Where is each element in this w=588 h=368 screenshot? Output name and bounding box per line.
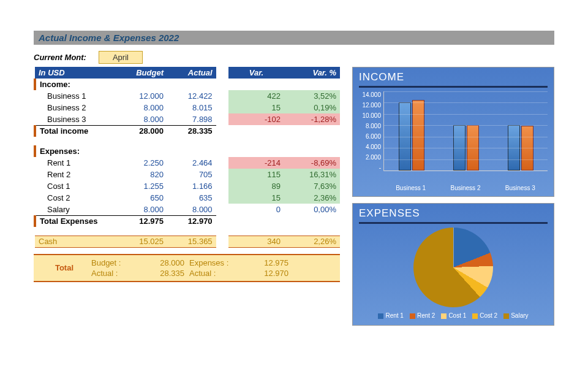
expenses-chart: EXPENSES Rent 1Rent 2Cost 1Cost 2Salary [352,203,554,326]
income-chart-title: INCOME [359,71,548,83]
data-table: In USD Budget Actual Var. Var. % Income:… [34,67,340,248]
row-var-pct: 2,36% [284,192,340,204]
row-var: 15 [228,192,284,204]
row-budget: 820 [118,169,167,180]
row-budget: 1.255 [118,180,167,192]
expenses-pie-legend: Rent 1Rent 2Cost 1Cost 2Salary [378,312,528,319]
row-actual: 705 [167,169,216,180]
income-chart-plot [383,91,548,171]
cash-var: 340 [228,236,284,247]
row-var-pct: -1,28% [284,113,340,125]
page-title: Actual Income & Expenses 2022 [34,31,554,45]
hdr-budget: Budget [118,67,167,79]
row-var-pct: 0,00% [284,204,340,215]
expenses-chart-title: EXPENSES [359,207,548,220]
income-chart-yaxis: 14.00012.00010.0008.0006.0004.0002.000- [359,91,383,171]
row-var: 15 [228,102,284,113]
expenses-total-row: Total Expenses 12.975 12.970 [35,215,340,227]
row-var-pct: 3,52% [284,90,340,102]
x-label: Business 3 [505,185,535,191]
cash-label: Cash [35,236,118,247]
expenses-total-actual: 12.970 [167,215,216,227]
row-actual: 7.898 [167,113,216,125]
bar-group [393,100,430,171]
row-budget: 2.250 [118,157,167,169]
table-row: Cost 11.2551.166897,63% [35,180,340,192]
row-name: Business 3 [35,113,118,125]
x-label: Business 1 [396,185,426,191]
x-label: Business 2 [451,185,481,191]
row-budget: 8.000 [118,204,167,215]
row-name: Business 1 [35,90,118,102]
row-var: -102 [228,113,284,125]
hdr-var-pct: Var. % [284,67,340,79]
table-header: In USD Budget Actual Var. Var. % [35,67,340,79]
table-row: Rent 282070511516,31% [35,169,340,180]
table-row: Business 38.0007.898-102-1,28% [35,113,340,125]
row-var-pct: -8,69% [284,157,340,169]
row-var-pct: 0,19% [284,102,340,113]
legend-item: Cost 1 [441,312,466,319]
row-actual: 635 [167,192,216,204]
tb-actual2-val: 12.970 [242,268,291,278]
table-row: Salary8.0008.00000,00% [35,204,340,215]
hdr-actual: Actual [167,67,216,79]
tb-budget-label: Budget : [89,258,138,268]
bar [412,100,424,171]
row-name: Cost 2 [35,192,118,204]
tb-actual-val: 28.335 [138,268,187,278]
cash-actual: 15.365 [167,236,216,247]
income-total-label: Total income [35,125,118,137]
income-total-budget: 28.000 [118,125,167,137]
legend-item: Salary [503,312,528,319]
row-actual: 2.464 [167,157,216,169]
row-name: Cost 1 [35,180,118,192]
row-var: 422 [228,90,284,102]
cash-row: Cash 15.025 15.365 340 2,26% [35,236,340,247]
row-actual: 1.166 [167,180,216,192]
cash-budget: 15.025 [118,236,167,247]
row-name: Rent 2 [35,169,118,180]
row-budget: 650 [118,192,167,204]
current-month-label: Current Mont: [34,53,86,62]
row-name: Rent 1 [35,157,118,169]
row-actual: 8.000 [167,204,216,215]
current-month-value[interactable]: April [99,51,143,64]
row-name: Salary [35,204,118,215]
row-var: -214 [228,157,284,169]
row-budget: 8.000 [118,113,167,125]
table-row: Cost 2650635152,36% [35,192,340,204]
income-chart: INCOME 14.00012.00010.0008.0006.0004.000… [352,67,554,197]
hdr-var: Var. [228,67,284,79]
tb-expenses-val: 12.975 [242,258,291,268]
row-actual: 12.422 [167,90,216,102]
cash-var-pct: 2,26% [284,236,340,247]
tb-actual-label: Actual : [89,268,138,278]
legend-item: Rent 2 [410,312,435,319]
income-total-actual: 28.335 [167,125,216,137]
tb-expenses-label: Expenses : [187,258,242,268]
row-budget: 12.000 [118,90,167,102]
row-var-pct: 7,63% [284,180,340,192]
hdr-currency: In USD [35,67,118,79]
table-row: Business 112.00012.4224223,52% [35,90,340,102]
legend-item: Rent 1 [378,312,403,319]
row-name: Business 2 [35,102,118,113]
row-var: 115 [228,169,284,180]
expenses-pie [413,228,493,307]
income-chart-xlabels: Business 1Business 2Business 3 [383,185,548,191]
row-var-pct: 16,31% [284,169,340,180]
tb-budget-val: 28.000 [138,258,187,268]
expenses-total-budget: 12.975 [118,215,167,227]
legend-item: Cost 2 [472,312,497,319]
totals-label: Total [40,258,89,278]
tb-actual2-label: Actual : [187,268,242,278]
row-var: 0 [228,204,284,215]
income-section-label: Income: [35,79,118,90]
income-total-row: Total income 28.000 28.335 [35,125,340,137]
expenses-total-label: Total Expenses [35,215,118,227]
row-budget: 8.000 [118,102,167,113]
row-var: 89 [228,180,284,192]
table-row: Rent 12.2502.464-214-8,69% [35,157,340,169]
table-row: Business 28.0008.015150,19% [35,102,340,113]
